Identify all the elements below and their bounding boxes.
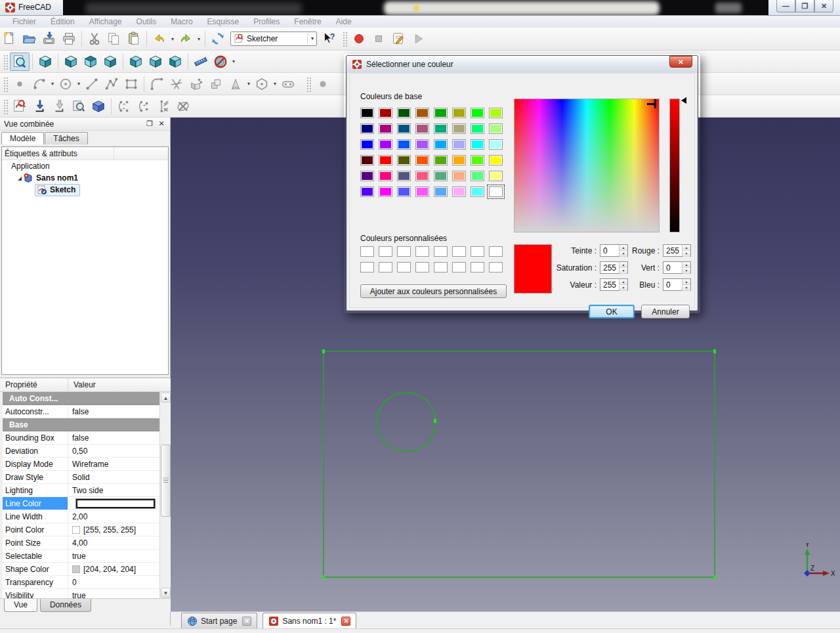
mirrorsketch-button[interactable]	[173, 97, 193, 116]
tree-item-application[interactable]: Application	[2, 160, 168, 172]
rgb-spinbox-0[interactable]: 255▲▼	[663, 244, 691, 257]
property-value[interactable]: Solid	[68, 471, 159, 483]
basic-color-swatch[interactable]	[471, 186, 484, 197]
basic-color-swatch[interactable]	[397, 139, 411, 150]
basic-color-swatch[interactable]	[452, 186, 466, 197]
property-value[interactable]: false	[68, 405, 159, 418]
add-custom-color-button[interactable]: Ajouter aux couleurs personnalisées	[360, 284, 507, 298]
spin-down-icon[interactable]: ▼	[682, 268, 690, 274]
basic-color-swatch[interactable]	[360, 171, 374, 181]
document-tab-sansnom11[interactable]: Sans nom1 : 1*✕	[262, 613, 356, 628]
spin-up-icon[interactable]: ▲	[620, 245, 627, 251]
panel-float-icon[interactable]: ❐	[145, 120, 154, 129]
rgb-spinbox-2[interactable]: 0▲▼	[663, 278, 691, 291]
cube-left-button[interactable]	[165, 53, 185, 71]
menu-item-profiles[interactable]: Profiles	[246, 16, 287, 28]
toolbar-grip[interactable]	[342, 31, 347, 47]
basic-color-swatch[interactable]	[397, 171, 411, 181]
leavesketch-button[interactable]	[30, 97, 49, 116]
dropdown-arrow-icon[interactable]: ▾	[169, 30, 176, 48]
hue-map-marker[interactable]	[647, 99, 656, 108]
property-row-lighting[interactable]: LightingTwo side	[3, 484, 159, 497]
basic-color-swatch[interactable]	[489, 139, 503, 150]
basic-color-swatch[interactable]	[489, 155, 503, 165]
basic-color-swatch[interactable]	[434, 108, 448, 118]
basic-color-swatch[interactable]	[360, 139, 374, 150]
hsv-value-1[interactable]: 255	[600, 262, 619, 273]
basic-color-swatch[interactable]	[434, 139, 448, 150]
spin-down-icon[interactable]: ▼	[620, 251, 627, 257]
menu-item-dition[interactable]: Édition	[43, 16, 82, 28]
basic-color-swatch[interactable]	[471, 139, 484, 150]
save-button[interactable]	[39, 30, 59, 48]
macroedit-button[interactable]	[388, 30, 408, 48]
sketch-chamfer-button[interactable]	[226, 75, 245, 93]
dropdown-arrow-icon[interactable]: ▾	[75, 75, 82, 93]
validatesketch-button[interactable]	[154, 97, 173, 116]
property-scrollbar[interactable]: ▲ ▼	[159, 392, 171, 598]
spin-down-icon[interactable]: ▼	[620, 268, 627, 274]
ok-button[interactable]: OK	[589, 305, 635, 318]
menu-item-fentre[interactable]: Fenêtre	[287, 16, 328, 28]
hsv-spinbox-1[interactable]: 255▲▼	[600, 261, 628, 274]
property-value[interactable]: [255, 255, 255]	[68, 523, 159, 536]
custom-color-swatch[interactable]	[452, 262, 466, 273]
close-button[interactable]: ✕	[814, 0, 833, 12]
basic-color-swatch[interactable]	[397, 186, 411, 197]
sketch-polygon-button[interactable]	[252, 75, 272, 93]
cube-bottom-button[interactable]	[146, 53, 165, 71]
sketch-polyline-button[interactable]	[102, 75, 121, 93]
basic-color-swatch[interactable]	[489, 108, 503, 118]
menu-item-affichage[interactable]: Affichage	[82, 16, 129, 28]
basic-color-swatch[interactable]	[434, 155, 448, 165]
cube-right-button[interactable]	[100, 53, 120, 71]
play-button[interactable]	[408, 30, 428, 48]
rgb-spinbox-1[interactable]: 0▲▼	[663, 261, 691, 274]
sketch-slot-button[interactable]	[278, 75, 298, 93]
sketch-arc-button[interactable]	[30, 75, 49, 93]
dropdown-arrow-icon[interactable]: ▾	[196, 30, 202, 48]
hsv-value-2[interactable]: 255	[600, 279, 619, 290]
scroll-up-arrow[interactable]: ▲	[161, 393, 171, 403]
custom-color-swatch[interactable]	[434, 262, 448, 273]
property-value[interactable]: 0	[68, 576, 159, 588]
line-color-editor[interactable]	[76, 499, 155, 508]
sketch-carboncopy-button[interactable]	[206, 75, 226, 93]
spinner-buttons[interactable]: ▲▼	[682, 245, 690, 256]
property-row-drawstyle[interactable]: Draw StyleSolid	[3, 471, 159, 484]
value-slider[interactable]	[669, 98, 680, 232]
cut-button[interactable]	[85, 30, 104, 48]
sketch-point-button[interactable]	[10, 75, 30, 93]
custom-color-swatch[interactable]	[489, 246, 503, 257]
basic-color-swatch[interactable]	[379, 186, 392, 197]
basic-color-swatch[interactable]	[379, 155, 392, 165]
basic-color-swatch[interactable]	[471, 171, 484, 181]
viewsketch-button[interactable]	[49, 97, 69, 116]
basic-color-swatch[interactable]	[415, 123, 429, 134]
spin-down-icon[interactable]: ▼	[682, 285, 690, 291]
clipplane-button[interactable]	[211, 53, 230, 71]
sketch-trim-button[interactable]	[167, 75, 186, 93]
fitall-button[interactable]	[10, 53, 30, 71]
toolbar-grip[interactable]	[306, 76, 311, 92]
custom-color-swatch[interactable]	[379, 246, 392, 257]
spinner-buttons[interactable]: ▲▼	[619, 262, 627, 273]
basic-color-swatch[interactable]	[415, 108, 429, 118]
hsv-spinbox-2[interactable]: 255▲▼	[600, 278, 628, 291]
sketch-fillet-button[interactable]	[147, 75, 167, 93]
custom-color-swatch[interactable]	[379, 262, 392, 273]
basic-color-swatch[interactable]	[379, 123, 392, 134]
property-value[interactable]: 2,00	[68, 510, 159, 523]
basic-color-swatch[interactable]	[379, 139, 392, 150]
property-value[interactable]: 4,00	[68, 536, 159, 549]
basic-color-swatch[interactable]	[471, 123, 484, 134]
workbench-selector[interactable]: Sketcher▾	[230, 32, 317, 46]
record-button[interactable]	[349, 30, 369, 48]
whatsthis-button[interactable]: ?	[320, 30, 339, 48]
basic-color-swatch[interactable]	[360, 108, 374, 118]
createsketch-button[interactable]	[10, 97, 30, 116]
scroll-down-arrow[interactable]: ▼	[161, 588, 171, 598]
menu-item-outils[interactable]: Outils	[129, 16, 164, 28]
basic-color-swatch[interactable]	[360, 186, 374, 197]
basic-color-swatch[interactable]	[397, 108, 411, 118]
